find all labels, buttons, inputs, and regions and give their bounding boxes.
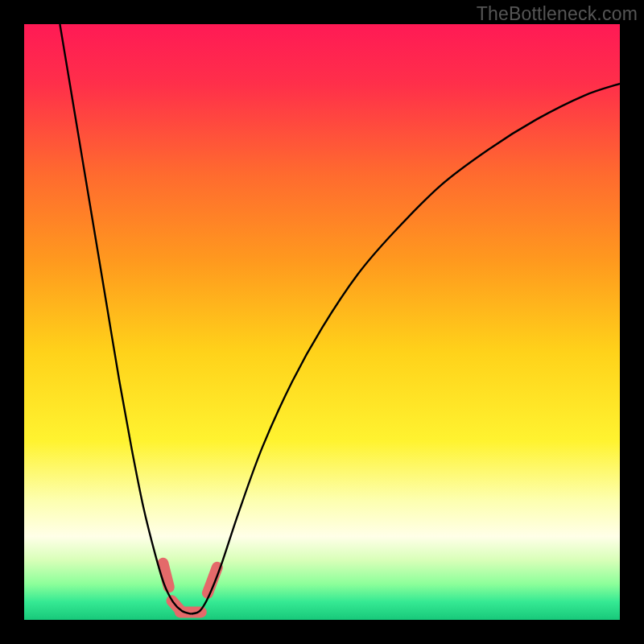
watermark-text: TheBottleneck.com bbox=[477, 3, 638, 25]
chart-frame: TheBottleneck.com bbox=[0, 0, 644, 644]
plot-area bbox=[24, 24, 620, 620]
gradient-background bbox=[24, 24, 620, 620]
plot-svg bbox=[24, 24, 620, 620]
